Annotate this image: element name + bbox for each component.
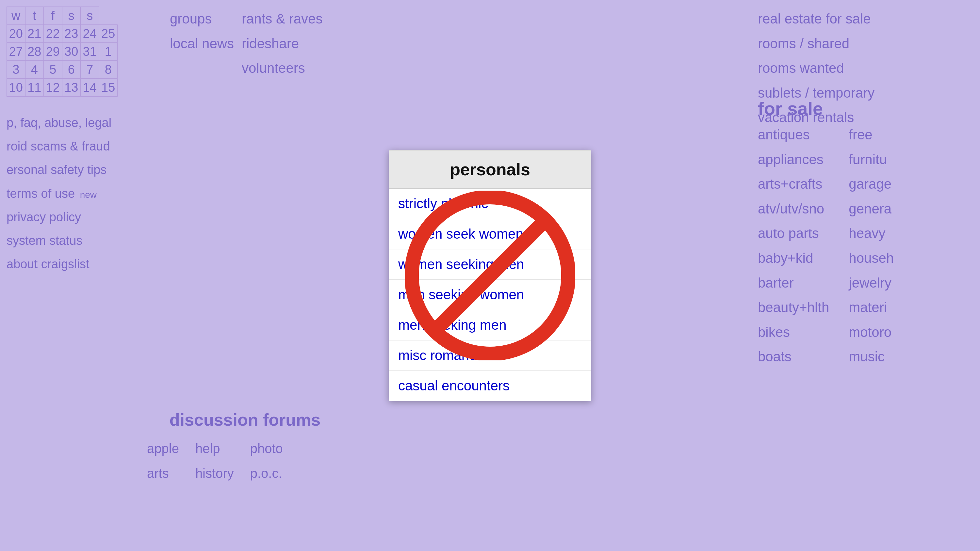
modal-title: personals (450, 160, 530, 179)
modal-item-women-seek-women[interactable]: women seek women (389, 219, 591, 249)
modal-item-women-seeking-men[interactable]: women seeking men (389, 249, 591, 280)
modal-item-strictly-platonic[interactable]: strictly platonic (389, 189, 591, 219)
modal-item-men-seeking-men[interactable]: men seeking men (389, 310, 591, 340)
modal-item-misc-romance[interactable]: misc romance (389, 340, 591, 371)
modal-overlay: personals strictly platonic women seek w… (0, 0, 980, 551)
personals-modal: personals strictly platonic women seek w… (389, 150, 591, 401)
modal-items-list: strictly platonic women seek women women… (389, 189, 591, 401)
modal-header: personals (389, 151, 591, 189)
modal-item-casual-encounters[interactable]: casual encounters (389, 371, 591, 401)
modal-item-men-seeking-women[interactable]: men seeking women (389, 280, 591, 310)
